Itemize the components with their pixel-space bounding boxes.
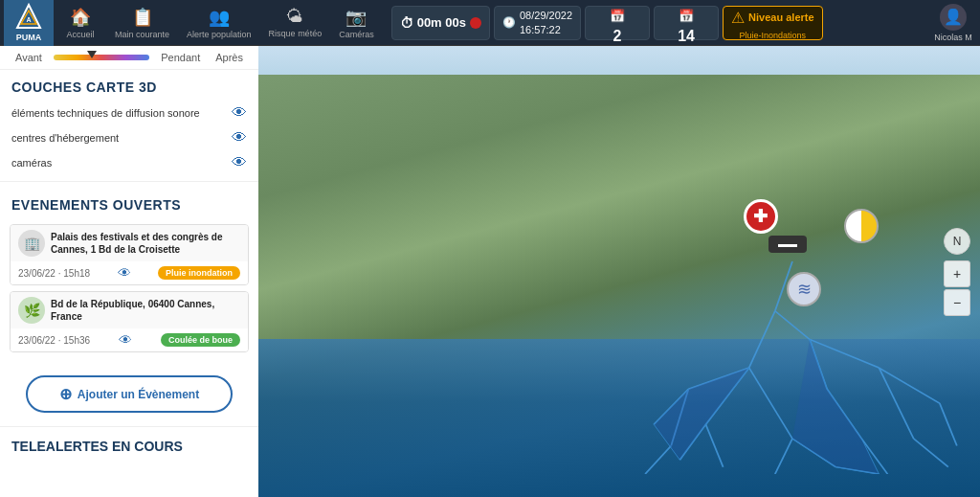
marker-yellow-half[interactable]	[844, 209, 879, 243]
nav-alerte-population[interactable]: 👥 Alerte population	[179, 0, 259, 46]
left-panel: Avant Pendant Après COUCHES CARTE 3D élé…	[0, 46, 258, 497]
divider-1	[0, 181, 258, 182]
datetime-display: 🕐 08/29/2022 16:57:22	[494, 6, 581, 40]
add-event-label: Ajouter un Évènement	[78, 388, 199, 401]
event-card-1[interactable]: 🏢 Palais des festivals et des congrès de…	[10, 224, 249, 285]
event-card-1-header: 🏢 Palais des festivals et des congrès de…	[11, 225, 248, 261]
layer-diffusion-label: éléments techniques de diffusion sonore	[11, 107, 200, 119]
nav-alerte-population-label: Alerte population	[187, 30, 252, 39]
telealertes-title: TELEALERTES EN COURS	[0, 431, 258, 460]
event-card-2-badge: Coulée de boue	[161, 333, 240, 347]
event-card-1-badge: Pluie inondation	[158, 266, 240, 280]
calendar-closed-icon: 📅	[679, 9, 694, 24]
time-value: 16:57:22	[520, 23, 572, 36]
wave-icon: ≋	[787, 272, 821, 306]
layer-item-cameras[interactable]: caméras 👁	[0, 150, 258, 175]
events-closed-display: 📅 14 Évènementsfermés	[654, 6, 719, 40]
marker-red-cross[interactable]: ✚	[744, 199, 778, 234]
nav-risque-meteo-label: Risque météo	[269, 29, 323, 38]
zoom-out-button[interactable]: −	[944, 289, 970, 316]
user-name: Nicolas M	[934, 33, 972, 42]
zoom-plus-icon: +	[953, 266, 961, 282]
yellow-half-icon	[844, 209, 879, 243]
timeline-avant: Avant	[15, 52, 42, 63]
event-card-1-eye-icon[interactable]: 👁	[118, 265, 131, 281]
nav-accueil-label: Accueil	[66, 30, 94, 39]
add-event-container: ⊕ Ajouter un Évènement	[0, 366, 258, 422]
layer-diffusion-eye-icon[interactable]: 👁	[232, 104, 247, 122]
alert-sub: Pluie-Inondations	[740, 31, 807, 41]
timeline-apres: Après	[215, 52, 243, 63]
app-logo[interactable]: A PUMA	[4, 0, 54, 46]
event-card-2-header: 🌿 Bd de la République, 06400 Cannes, Fra…	[11, 292, 248, 328]
avatar: 👤	[940, 4, 967, 31]
plus-icon: ⊕	[59, 385, 72, 403]
logo-text: A PUMA	[15, 3, 42, 43]
zoom-minus-icon: −	[953, 295, 961, 310]
layer-hebergement-eye-icon[interactable]: 👁	[232, 129, 247, 147]
dark-bar-icon: ▬▬	[768, 236, 807, 253]
layer-item-diffusion[interactable]: éléments techniques de diffusion sonore …	[0, 101, 258, 125]
camera-icon: 📷	[345, 7, 367, 28]
events-open-display: 📅 2 Évènementsouverts	[585, 6, 650, 40]
add-event-button[interactable]: ⊕ Ajouter un Évènement	[26, 375, 233, 413]
nav-cameras-label: Caméras	[339, 30, 374, 39]
nav-main-courante-label: Main courante	[115, 30, 169, 39]
divider-2	[0, 426, 258, 427]
weather-icon: 🌤	[286, 7, 303, 27]
evenements-title: EVENEMENTS OUVERTS	[0, 188, 258, 218]
marker-wave[interactable]: ≋	[787, 272, 821, 306]
record-dot	[470, 17, 481, 29]
clock-icon: 🕐	[502, 16, 516, 29]
events-closed-count: 14	[678, 27, 695, 45]
calendar-open-icon: 📅	[610, 9, 625, 24]
nav-cameras[interactable]: 📷 Caméras	[331, 0, 382, 46]
zoom-in-button[interactable]: +	[944, 260, 970, 287]
status-bar: ⏱ 00m 00s 🕐 08/29/2022 16:57:22 📅 2 Évèn…	[391, 6, 928, 40]
alert-title: Niveau alerte	[748, 11, 813, 24]
top-navigation: A PUMA 🏠 Accueil 📋 Main courante 👥 Alert…	[0, 0, 980, 46]
event-card-2-date: 23/06/22 · 15h36	[18, 335, 90, 346]
timeline-pendant: Pendant	[161, 52, 200, 63]
event-card-2-eye-icon[interactable]: 👁	[119, 332, 132, 348]
nav-main-courante[interactable]: 📋 Main courante	[107, 0, 177, 46]
event-card-1-footer: 23/06/22 · 15h18 👁 Pluie inondation	[11, 261, 248, 284]
timer-value: 00m 00s	[417, 15, 466, 30]
event-card-1-date: 23/06/22 · 15h18	[18, 268, 90, 279]
map-compass: N	[944, 228, 970, 255]
telealertes-section: TELEALERTES EN COURS	[0, 431, 258, 460]
event-card-2[interactable]: 🌿 Bd de la République, 06400 Cannes, Fra…	[10, 291, 249, 352]
timer-display: ⏱ 00m 00s	[391, 6, 490, 40]
user-menu[interactable]: 👤 Nicolas M	[930, 4, 976, 42]
timeline-marker	[87, 51, 97, 58]
map-sea	[258, 339, 980, 497]
red-cross-icon: ✚	[744, 199, 778, 234]
event-card-2-avatar: 🌿	[18, 297, 45, 324]
marker-dark-bar[interactable]: ▬▬	[768, 236, 807, 253]
events-open-count: 2	[613, 27, 622, 45]
layer-item-hebergement[interactable]: centres d'hébergement 👁	[0, 125, 258, 150]
nav-risque-meteo[interactable]: 🌤 Risque météo	[261, 0, 330, 46]
layer-cameras-eye-icon[interactable]: 👁	[232, 154, 247, 171]
nav-accueil[interactable]: 🏠 Accueil	[56, 0, 105, 46]
evenements-section: EVENEMENTS OUVERTS 🏢 Palais des festival…	[0, 188, 258, 366]
event-card-1-address: Palais des festivals et des congrès de C…	[51, 231, 240, 256]
event-card-2-address: Bd de la République, 06400 Cannes, Franc…	[51, 298, 240, 323]
event-card-1-avatar: 🏢	[18, 230, 45, 257]
svg-text:A: A	[26, 16, 31, 23]
home-icon: 🏠	[70, 7, 91, 28]
event-card-2-footer: 23/06/22 · 15h36 👁 Coulée de boue	[11, 328, 248, 351]
map-nav-controls: N + −	[944, 228, 970, 316]
timeline-bar: Avant Pendant Après	[0, 46, 258, 70]
layer-hebergement-label: centres d'hébergement	[11, 132, 119, 144]
compass-label: N	[953, 235, 962, 248]
timeline-gradient[interactable]	[54, 55, 149, 60]
layer-cameras-label: caméras	[11, 157, 52, 169]
timer-icon: ⏱	[400, 15, 413, 31]
map-3d-view[interactable]: ✚ ▬▬ ≋ N + −	[258, 46, 980, 497]
map-area[interactable]: ✚ ▬▬ ≋ N + −	[258, 46, 980, 497]
alert-icon: ⚠	[731, 9, 745, 27]
date-value: 08/29/2022	[520, 9, 572, 22]
main-layout: Avant Pendant Après COUCHES CARTE 3D élé…	[0, 46, 980, 497]
couches-carte-title: COUCHES CARTE 3D	[0, 70, 258, 101]
